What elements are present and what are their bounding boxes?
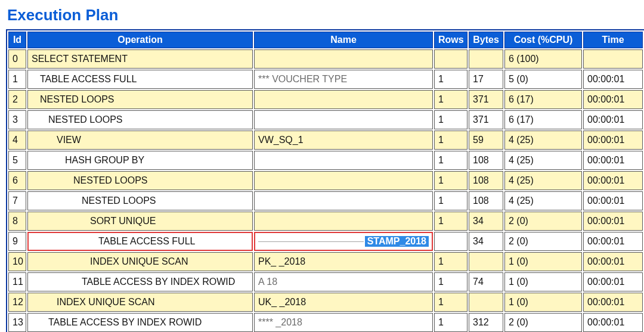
cell-time: 00:00:01 [583, 313, 643, 332]
cell-name: *** VOUCHER TYPE [254, 70, 433, 89]
cell-name-label: *** VOUCHER TYPE [258, 74, 347, 84]
cell-bytes: 371 [469, 110, 503, 129]
cell-name-label: UK_ _2018 [258, 297, 306, 307]
cell-rows: 1 [434, 313, 467, 332]
cell-operation: NESTED LOOPS [27, 110, 253, 129]
cell-operation-label: INDEX UNIQUE SCAN [32, 256, 188, 267]
cell-id: 7 [8, 191, 26, 210]
cell-time: 00:00:01 [583, 212, 643, 231]
cell-cost: 4 (25) [504, 191, 582, 210]
table-row: 10INDEX UNIQUE SCANPK_ _201811 (0)00:00:… [8, 252, 643, 271]
cell-operation: INDEX UNIQUE SCAN [27, 252, 253, 271]
cell-operation: HASH GROUP BY [27, 151, 253, 170]
cell-operation-label: SORT UNIQUE [32, 216, 156, 226]
table-header-row: Id Operation Name Rows Bytes Cost (%CPU)… [8, 32, 643, 48]
cell-name [254, 212, 433, 231]
col-header-cost: Cost (%CPU) [504, 32, 582, 48]
cell-id: 9 [8, 232, 26, 251]
cell-rows: 1 [434, 151, 467, 170]
col-header-id: Id [8, 32, 26, 48]
cell-rows: 1 [434, 191, 467, 210]
cell-name [254, 110, 433, 129]
cell-bytes: 59 [469, 131, 503, 150]
cell-time: 00:00:01 [583, 293, 643, 312]
cell-id: 3 [8, 110, 26, 129]
cell-operation: VIEW [27, 131, 253, 150]
table-row: 9TABLE ACCESS FULLSTAMP_2018342 (0)00:00… [8, 232, 643, 251]
table-row: 2NESTED LOOPS13716 (17)00:00:01 [8, 90, 643, 109]
cell-cost: 6 (100) [504, 49, 582, 69]
cell-name: VW_SQ_1 [254, 131, 433, 150]
table-row: 8SORT UNIQUE1342 (0)00:00:01 [8, 212, 643, 231]
table-row: 4VIEWVW_SQ_11594 (25)00:00:01 [8, 131, 643, 150]
cell-cost: 4 (25) [504, 151, 582, 170]
cell-time: 00:00:01 [583, 171, 643, 190]
cell-bytes: 108 [469, 171, 503, 190]
cell-operation-label: TABLE ACCESS FULL [32, 236, 195, 247]
cell-time: 00:00:01 [583, 232, 643, 251]
col-header-name: Name [254, 32, 433, 48]
cell-cost: 5 (0) [504, 70, 582, 89]
col-header-time: Time [583, 32, 643, 48]
col-header-bytes: Bytes [469, 32, 503, 48]
cell-operation: INDEX UNIQUE SCAN [27, 293, 253, 312]
cell-name-label: PK_ _2018 [258, 256, 305, 266]
cell-name-label: **** _2018 [258, 317, 302, 327]
cell-id: 11 [8, 272, 26, 291]
cell-operation: TABLE ACCESS FULL [27, 70, 253, 89]
cell-id: 12 [8, 293, 26, 312]
cell-bytes: 34 [469, 232, 503, 251]
cell-rows: 1 [434, 252, 467, 271]
cell-id: 1 [8, 70, 26, 89]
cell-id: 5 [8, 151, 26, 170]
cell-bytes: 74 [469, 272, 503, 291]
cell-rows [434, 232, 467, 251]
cell-time: 00:00:01 [583, 90, 643, 109]
table-row: 12INDEX UNIQUE SCANUK_ _201811 (0)00:00:… [8, 293, 643, 312]
cell-time: 00:00:01 [583, 131, 643, 150]
table-row: 7NESTED LOOPS11084 (25)00:00:01 [8, 191, 643, 210]
cell-cost: 1 (0) [504, 293, 582, 312]
table-row: 3NESTED LOOPS13716 (17)00:00:01 [8, 110, 643, 129]
cell-id: 4 [8, 131, 26, 150]
cell-rows: 1 [434, 212, 467, 231]
table-row: 0SELECT STATEMENT6 (100) [8, 49, 643, 69]
cell-name [254, 191, 433, 210]
cell-bytes: 34 [469, 212, 503, 231]
cell-rows: 1 [434, 70, 467, 89]
cell-bytes: 371 [469, 90, 503, 109]
cell-name-label: A 18 [258, 277, 277, 287]
cell-cost: 4 (25) [504, 171, 582, 190]
cell-name: **** _2018 [254, 313, 433, 332]
cell-name [254, 171, 433, 190]
cell-operation-label: TABLE ACCESS BY INDEX ROWID [32, 277, 235, 287]
cell-operation: NESTED LOOPS [27, 171, 253, 190]
cell-name [254, 151, 433, 170]
cell-name: UK_ _2018 [254, 293, 433, 312]
col-header-rows: Rows [434, 32, 467, 48]
cell-rows [434, 49, 467, 69]
cell-time: 00:00:01 [583, 272, 643, 291]
cell-bytes: 108 [469, 191, 503, 210]
cell-cost: 2 (0) [504, 313, 582, 332]
cell-operation: TABLE ACCESS BY INDEX ROWID [27, 313, 253, 332]
cell-operation: SELECT STATEMENT [27, 49, 253, 69]
cell-bytes: 312 [469, 313, 503, 332]
table-row: 6NESTED LOOPS11084 (25)00:00:01 [8, 171, 643, 190]
cell-cost: 2 (0) [504, 232, 582, 251]
cell-operation-label: NESTED LOOPS [32, 114, 122, 125]
cell-cost: 2 (0) [504, 212, 582, 231]
cell-bytes [469, 293, 503, 312]
cell-name: A 18 [254, 272, 433, 291]
cell-operation-label: NESTED LOOPS [32, 175, 147, 186]
cell-bytes [469, 252, 503, 271]
cell-operation-label: TABLE ACCESS BY INDEX ROWID [32, 317, 202, 328]
cell-operation-label: NESTED LOOPS [32, 196, 156, 206]
cell-rows: 1 [434, 90, 467, 109]
cell-operation: TABLE ACCESS FULL [27, 232, 253, 251]
cell-cost: 4 (25) [504, 131, 582, 150]
cell-cost: 6 (17) [504, 90, 582, 109]
cell-time: 00:00:01 [583, 151, 643, 170]
cell-operation-label: NESTED LOOPS [32, 94, 114, 105]
cell-time: 00:00:01 [583, 70, 643, 89]
